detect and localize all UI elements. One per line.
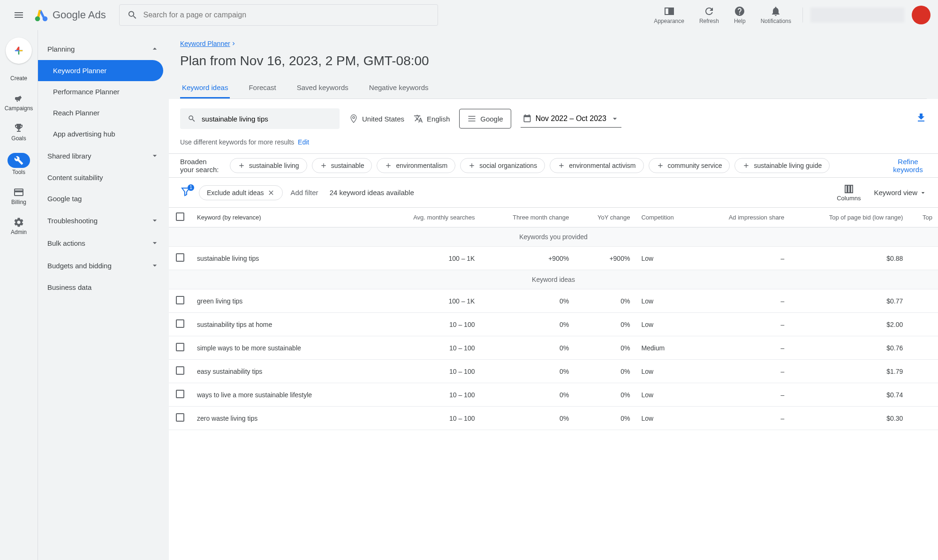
tab-keyword-ideas[interactable]: Keyword ideas: [180, 78, 230, 98]
col-searches[interactable]: Avg. monthly searches: [379, 208, 480, 227]
tab-saved-keywords[interactable]: Saved keywords: [295, 78, 350, 98]
keyword-search-box[interactable]: [180, 108, 340, 129]
cell-competition: Medium: [635, 336, 696, 360]
exclude-adult-chip[interactable]: Exclude adult ideas: [199, 185, 283, 200]
location-filter[interactable]: United States: [349, 114, 404, 123]
row-checkbox[interactable]: [176, 253, 184, 262]
group-provided: Keywords you provided: [169, 227, 938, 247]
col-top-high[interactable]: Top: [908, 208, 938, 227]
download-button[interactable]: [915, 112, 927, 125]
rail-admin[interactable]: Admin: [11, 217, 27, 235]
broaden-chip[interactable]: sustainable living: [230, 158, 307, 173]
account-info[interactable]: [810, 8, 904, 23]
sidebar-item-reach-planner[interactable]: Reach Planner: [38, 102, 163, 123]
table-row: simple ways to be more sustainable10 – 1…: [169, 336, 938, 360]
cell-competition: Low: [635, 313, 696, 336]
help-icon: [734, 6, 745, 17]
row-checkbox[interactable]: [176, 343, 184, 351]
columns-button[interactable]: Columns: [837, 183, 861, 202]
rail-campaigns[interactable]: Campaigns: [5, 93, 33, 112]
cell-yoy: 0%: [575, 289, 635, 313]
wrench-icon: [8, 153, 30, 168]
language-filter[interactable]: English: [414, 114, 450, 123]
notifications-button[interactable]: Notifications: [757, 4, 795, 26]
broaden-chip[interactable]: community service: [649, 158, 730, 173]
tab-forecast[interactable]: Forecast: [247, 78, 278, 98]
sidebar-section-planning[interactable]: Planning: [38, 38, 169, 60]
cell-yoy: 0%: [575, 360, 635, 383]
sidebar-item-keyword-planner[interactable]: Keyword Planner: [38, 60, 163, 81]
col-competition[interactable]: Competition: [635, 208, 696, 227]
cell-ad-impr: –: [697, 360, 790, 383]
broaden-chip[interactable]: sustainable living guide: [734, 158, 830, 173]
user-avatar[interactable]: [912, 6, 930, 24]
close-icon[interactable]: [267, 189, 275, 197]
cell-yoy: 0%: [575, 383, 635, 407]
broaden-chip[interactable]: social organizations: [460, 158, 545, 173]
sidebar-section-business-data[interactable]: Business data: [38, 277, 169, 298]
date-range-filter[interactable]: Nov 2022 – Oct 2023: [521, 110, 621, 128]
cell-competition: Low: [635, 383, 696, 407]
global-search[interactable]: [119, 4, 438, 26]
table-row: sustainable living tips100 – 1K+900%+900…: [169, 247, 938, 270]
col-top-low[interactable]: Top of page bid (low range): [790, 208, 908, 227]
gear-icon: [13, 217, 24, 228]
row-checkbox[interactable]: [176, 390, 184, 398]
plus-icon: [657, 162, 664, 169]
row-checkbox[interactable]: [176, 413, 184, 422]
row-checkbox[interactable]: [176, 296, 184, 304]
help-button[interactable]: Help: [730, 4, 749, 26]
google-ads-icon: [34, 8, 49, 23]
refine-keywords-button[interactable]: Refine keywords: [889, 158, 927, 174]
broaden-chip[interactable]: sustainable: [312, 158, 372, 173]
row-checkbox[interactable]: [176, 319, 184, 328]
refresh-button[interactable]: Refresh: [696, 4, 723, 26]
hamburger-menu[interactable]: [8, 4, 30, 26]
broaden-chip[interactable]: environmentalism: [377, 158, 455, 173]
cell-yoy: 0%: [575, 313, 635, 336]
col-three-month[interactable]: Three month change: [480, 208, 575, 227]
sidebar-section-budgets[interactable]: Budgets and bidding: [38, 254, 169, 277]
col-yoy[interactable]: YoY change: [575, 208, 635, 227]
table-toolbar: 1 Exclude adult ideas Add filter 24 keyw…: [169, 177, 938, 207]
plus-icon: [385, 162, 392, 169]
network-filter[interactable]: Google: [459, 109, 511, 129]
cell-keyword: sustainability tips at home: [191, 313, 379, 336]
logo[interactable]: Google Ads: [34, 8, 106, 23]
svg-point-1: [43, 16, 48, 22]
cell-competition: Low: [635, 247, 696, 270]
appearance-button[interactable]: Appearance: [650, 4, 688, 26]
row-checkbox[interactable]: [176, 366, 184, 375]
broaden-chip[interactable]: environmental activism: [550, 158, 643, 173]
sidebar-section-google-tag[interactable]: Google tag: [38, 188, 169, 209]
sidebar-section-content-suitability[interactable]: Content suitability: [38, 167, 169, 188]
add-filter-button[interactable]: Add filter: [290, 189, 318, 197]
sidebar-item-performance-planner[interactable]: Performance Planner: [38, 81, 163, 102]
sidebar-section-bulk-actions[interactable]: Bulk actions: [38, 232, 169, 254]
select-all-checkbox[interactable]: [176, 212, 184, 221]
col-ad-impression[interactable]: Ad impression share: [697, 208, 790, 227]
sidebar: Planning Keyword Planner Performance Pla…: [38, 30, 169, 560]
top-header: Google Ads Appearance Refresh Help Notif…: [0, 0, 938, 30]
table-row: green living tips100 – 1K0%0%Low–$0.77: [169, 289, 938, 313]
cell-keyword: easy sustainability tips: [191, 360, 379, 383]
breadcrumb-keyword-planner[interactable]: Keyword Planner: [180, 40, 237, 47]
rail-tools[interactable]: Tools: [8, 153, 30, 175]
cell-top-low: $0.77: [790, 289, 908, 313]
megaphone-icon: [13, 93, 24, 104]
create-button[interactable]: [6, 38, 32, 64]
filter-icon-button[interactable]: 1: [180, 186, 191, 199]
search-input[interactable]: [143, 11, 430, 19]
cell-searches: 100 – 1K: [379, 247, 480, 270]
edit-link[interactable]: Edit: [298, 138, 309, 146]
col-keyword[interactable]: Keyword (by relevance): [191, 208, 379, 227]
rail-goals[interactable]: Goals: [11, 123, 26, 142]
sidebar-section-shared-library[interactable]: Shared library: [38, 144, 169, 167]
rail-billing[interactable]: Billing: [11, 187, 26, 205]
keyword-view-dropdown[interactable]: Keyword view: [874, 189, 927, 197]
keyword-input[interactable]: [202, 115, 332, 123]
tab-negative-keywords[interactable]: Negative keywords: [367, 78, 431, 98]
sidebar-item-app-advertising[interactable]: App advertising hub: [38, 123, 163, 144]
cell-three-month: 0%: [480, 360, 575, 383]
sidebar-section-troubleshooting[interactable]: Troubleshooting: [38, 209, 169, 232]
